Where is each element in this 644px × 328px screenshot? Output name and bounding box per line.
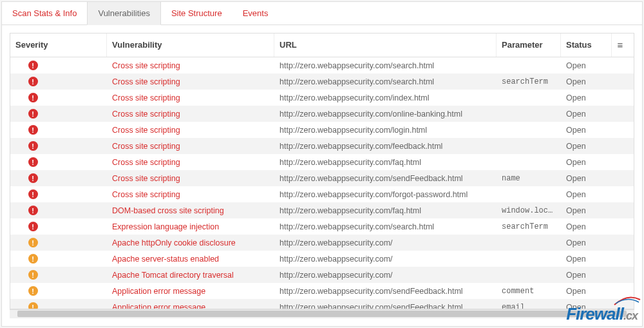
severity-high-icon: !	[28, 222, 38, 231]
table-row[interactable]: !DOM-based cross site scriptinghttp://ze…	[10, 202, 634, 218]
cell-severity: !	[10, 122, 107, 138]
cell-vulnerability[interactable]: Cross site scripting	[107, 122, 274, 138]
cell-vulnerability[interactable]: Cross site scripting	[107, 187, 274, 202]
severity-high-icon: !	[28, 141, 38, 151]
cell-parameter: window.location	[497, 203, 561, 218]
cell-url: http://zero.webappsecurity.com/	[274, 267, 497, 283]
cell-parameter: searchTerm	[497, 219, 561, 235]
cell-status: Open	[561, 58, 634, 73]
table-row[interactable]: !Cross site scriptinghttp://zero.webapps…	[10, 57, 634, 73]
severity-high-icon: !	[28, 77, 38, 86]
tab-scan-stats-info[interactable]: Scan Stats & Info	[2, 2, 87, 24]
cell-vulnerability[interactable]: Cross site scripting	[107, 139, 274, 154]
table-row[interactable]: !Cross site scriptinghttp://zero.webapps…	[10, 106, 634, 122]
table-row[interactable]: !Apache Tomcat directory traversalhttp:/…	[10, 267, 634, 283]
severity-high-icon: !	[28, 93, 38, 102]
cell-vulnerability[interactable]: Apache Tomcat directory traversal	[107, 267, 274, 283]
vulnerability-table: Severity Vulnerability URL Parameter Sta…	[10, 33, 634, 309]
cell-parameter	[497, 272, 561, 278]
table-row[interactable]: !Cross site scriptinghttp://zero.webapps…	[10, 122, 634, 138]
cell-severity: !	[10, 202, 107, 218]
cell-url: http://zero.webappsecurity.com/sendFeedb…	[274, 171, 497, 186]
cell-vulnerability[interactable]: Expression language injection	[107, 219, 274, 235]
cell-parameter	[497, 159, 561, 166]
cell-url: http://zero.webappsecurity.com/	[274, 235, 497, 251]
severity-medium-icon: !	[28, 254, 38, 264]
cell-parameter: comment	[497, 284, 561, 299]
severity-medium-icon: !	[28, 302, 38, 309]
table-row[interactable]: !Cross site scriptinghttp://zero.webapps…	[10, 90, 634, 106]
cell-severity: !	[10, 170, 107, 186]
severity-high-icon: !	[28, 157, 38, 167]
cell-vulnerability[interactable]: Cross site scripting	[107, 171, 274, 186]
cell-vulnerability[interactable]: DOM-based cross site scripting	[107, 203, 274, 218]
cell-status: Open	[561, 267, 634, 283]
cell-parameter	[497, 240, 561, 246]
table-row[interactable]: !Cross site scriptinghttp://zero.webapps…	[10, 138, 634, 154]
cell-severity: !	[10, 186, 107, 202]
cell-url: http://zero.webappsecurity.com/faq.html	[274, 155, 497, 170]
severity-high-icon: !	[28, 173, 38, 183]
table-body[interactable]: !Cross site scriptinghttp://zero.webapps…	[10, 57, 634, 309]
tab-site-structure[interactable]: Site Structure	[161, 2, 232, 24]
cell-status: Open	[561, 251, 634, 267]
tab-bar: Scan Stats & InfoVulnerabilitiesSite Str…	[2, 2, 642, 25]
cell-status: Open	[561, 300, 634, 309]
table-row[interactable]: !Expression language injectionhttp://zer…	[10, 218, 634, 235]
cell-vulnerability[interactable]: Cross site scripting	[107, 155, 274, 170]
cell-severity: !	[10, 283, 107, 299]
col-header-severity[interactable]: Severity	[10, 34, 107, 57]
cell-parameter	[497, 111, 561, 117]
col-header-status[interactable]: Status	[561, 34, 612, 57]
severity-high-icon: !	[28, 189, 38, 199]
cell-severity: !	[10, 218, 107, 235]
cell-parameter: searchTerm	[497, 74, 561, 90]
horizontal-scrollbar[interactable]	[10, 309, 634, 318]
cell-vulnerability[interactable]: Cross site scripting	[107, 90, 274, 106]
cell-status: Open	[561, 203, 634, 218]
cell-status: Open	[561, 284, 634, 299]
severity-high-icon: !	[28, 61, 38, 70]
cell-url: http://zero.webappsecurity.com/faq.html	[274, 203, 497, 218]
cell-severity: !	[10, 57, 107, 73]
table-row[interactable]: !Application error messagehttp://zero.we…	[10, 299, 634, 309]
col-header-url[interactable]: URL	[274, 34, 497, 57]
cell-parameter	[497, 95, 561, 101]
table-row[interactable]: !Cross site scriptinghttp://zero.webapps…	[10, 73, 634, 90]
cell-status: Open	[561, 122, 634, 138]
cell-vulnerability[interactable]: Cross site scripting	[107, 106, 274, 122]
tab-vulnerabilities[interactable]: Vulnerabilities	[87, 2, 160, 25]
cell-parameter	[497, 143, 561, 150]
cell-status: Open	[561, 90, 634, 106]
cell-status: Open	[561, 74, 634, 90]
cell-severity: !	[10, 106, 107, 122]
cell-severity: !	[10, 90, 107, 106]
cell-parameter: name	[497, 171, 561, 186]
cell-status: Open	[561, 155, 634, 170]
tab-events[interactable]: Events	[232, 2, 279, 24]
cell-vulnerability[interactable]: Apache httpOnly cookie disclosure	[107, 235, 274, 251]
table-menu-button[interactable]: ≡	[612, 34, 629, 57]
cell-vulnerability[interactable]: Cross site scripting	[107, 58, 274, 73]
table-row[interactable]: !Apache server-status enabledhttp://zero…	[10, 251, 634, 267]
table-row[interactable]: !Cross site scriptinghttp://zero.webapps…	[10, 170, 634, 186]
scan-panel: Scan Stats & InfoVulnerabilitiesSite Str…	[1, 1, 643, 327]
table-row[interactable]: !Application error messagehttp://zero.we…	[10, 283, 634, 299]
scrollbar-thumb[interactable]	[17, 311, 627, 317]
content-area: Severity Vulnerability URL Parameter Sta…	[2, 25, 642, 326]
cell-vulnerability[interactable]: Cross site scripting	[107, 74, 274, 90]
cell-vulnerability[interactable]: Apache server-status enabled	[107, 251, 274, 267]
cell-severity: !	[10, 235, 107, 251]
table-row[interactable]: !Cross site scriptinghttp://zero.webapps…	[10, 154, 634, 170]
cell-vulnerability[interactable]: Application error message	[107, 300, 274, 309]
cell-url: http://zero.webappsecurity.com/login.htm…	[274, 122, 497, 138]
col-header-parameter[interactable]: Parameter	[497, 34, 561, 57]
cell-vulnerability[interactable]: Application error message	[107, 284, 274, 299]
table-row[interactable]: !Cross site scriptinghttp://zero.webapps…	[10, 186, 634, 202]
cell-severity: !	[10, 251, 107, 267]
cell-parameter: email	[497, 300, 561, 309]
cell-url: http://zero.webappsecurity.com/online-ba…	[274, 106, 497, 122]
table-row[interactable]: !Apache httpOnly cookie disclosurehttp:/…	[10, 235, 634, 251]
col-header-vulnerability[interactable]: Vulnerability	[107, 34, 274, 57]
severity-high-icon: !	[28, 206, 38, 215]
